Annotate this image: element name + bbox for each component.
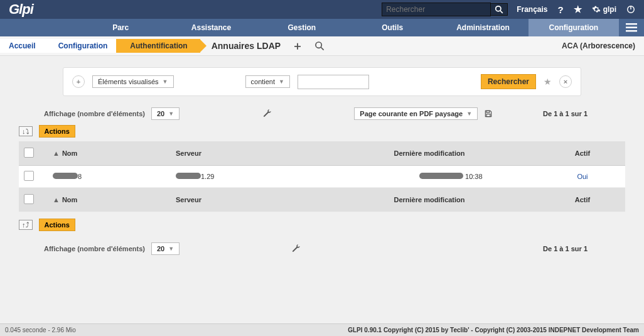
range-label-bottom: De 1 à 1 sur 1 bbox=[543, 245, 588, 252]
top-links: Français ? ★ glpi bbox=[508, 4, 644, 15]
cell-name: 8 bbox=[48, 166, 171, 188]
col-name[interactable]: Nom bbox=[62, 149, 77, 157]
crumb-config[interactable]: Configuration bbox=[45, 39, 121, 53]
svg-rect-10 bbox=[486, 114, 490, 117]
bookmark-icon[interactable]: ★ bbox=[544, 77, 552, 87]
select-up-icon[interactable]: ↑⤴ bbox=[19, 220, 33, 230]
select-all-checkbox[interactable] bbox=[24, 148, 34, 158]
actions-button-top[interactable]: Actions bbox=[39, 125, 75, 138]
user-menu[interactable]: glpi bbox=[592, 5, 616, 14]
reset-filter-button[interactable]: × bbox=[559, 75, 572, 88]
table-row[interactable]: 8 1.29 10:38 Oui bbox=[19, 166, 625, 188]
pager-top: Affichage (nombre d'éléments) 20▼ Page c… bbox=[44, 107, 625, 120]
main-menu: Parc Assistance Gestion Outils Administr… bbox=[0, 19, 644, 36]
floppy-icon bbox=[484, 109, 493, 118]
sort-asc-icon[interactable]: ▲ bbox=[53, 149, 60, 157]
gear-icon bbox=[592, 5, 601, 14]
col-server[interactable]: Serveur bbox=[171, 141, 319, 166]
menu-toggle[interactable] bbox=[619, 19, 644, 36]
add-criteria-button[interactable]: + bbox=[72, 75, 85, 88]
search-icon bbox=[314, 41, 325, 51]
wrench-icon bbox=[262, 109, 272, 119]
svg-line-1 bbox=[500, 11, 503, 13]
filter-box: + Éléments visualisés▼ contient▼ Recherc… bbox=[63, 67, 581, 96]
entity-label[interactable]: ACA (Arborescence) bbox=[562, 41, 644, 50]
settings-icon[interactable] bbox=[262, 109, 272, 119]
sort-asc-icon[interactable]: ▲ bbox=[53, 196, 60, 203]
search-icon bbox=[495, 5, 503, 14]
crumb-auth[interactable]: Authentification bbox=[116, 39, 200, 53]
hamburger-icon bbox=[626, 23, 637, 32]
actions-bottom: ↑⤴ Actions bbox=[19, 219, 625, 231]
menu-parc[interactable]: Parc bbox=[75, 19, 166, 36]
global-search-button[interactable] bbox=[491, 3, 508, 16]
pagesize-label: Affichage (nombre d'éléments) bbox=[44, 110, 145, 117]
filter-value-input[interactable] bbox=[298, 75, 369, 89]
results-table: ▲Nom Serveur Dernière modification Actif… bbox=[19, 141, 625, 212]
select-down-icon[interactable]: ↓⤵ bbox=[19, 126, 33, 136]
settings-icon-bottom[interactable] bbox=[291, 244, 301, 254]
select-all-bottom-checkbox[interactable] bbox=[24, 194, 34, 204]
crumb-home[interactable]: Accueil bbox=[0, 39, 48, 53]
svg-rect-4 bbox=[626, 23, 637, 25]
filter-field-select[interactable]: Éléments visualisés▼ bbox=[92, 75, 174, 88]
breadcrumb-row: Accueil Configuration Authentification A… bbox=[0, 36, 644, 56]
cell-mod: 10:38 bbox=[319, 166, 540, 188]
menu-configuration[interactable]: Configuration bbox=[529, 19, 619, 36]
top-bar: Glpi Français ? ★ glpi bbox=[0, 0, 644, 19]
svg-rect-6 bbox=[626, 30, 637, 32]
svg-point-0 bbox=[496, 6, 501, 11]
save-icon[interactable] bbox=[484, 109, 493, 118]
logout-icon[interactable] bbox=[626, 5, 635, 14]
actions-button-bottom[interactable]: Actions bbox=[39, 219, 75, 231]
range-label-top: De 1 à 1 sur 1 bbox=[543, 110, 588, 117]
wrench-icon bbox=[291, 244, 301, 254]
app-logo[interactable]: Glpi bbox=[0, 1, 42, 18]
pagesize-select[interactable]: 20▼ bbox=[151, 107, 180, 120]
row-checkbox[interactable] bbox=[24, 171, 34, 181]
svg-line-8 bbox=[321, 47, 324, 50]
add-button[interactable]: ＋ bbox=[292, 38, 303, 53]
menu-gestion[interactable]: Gestion bbox=[257, 19, 347, 36]
global-search-input[interactable] bbox=[382, 3, 491, 16]
menu-outils[interactable]: Outils bbox=[347, 19, 437, 36]
global-search bbox=[382, 3, 508, 16]
menu-assistance[interactable]: Assistance bbox=[166, 19, 256, 36]
filter-submit-button[interactable]: Rechercher bbox=[481, 74, 536, 89]
user-name: glpi bbox=[603, 5, 616, 14]
search-toggle[interactable] bbox=[314, 41, 325, 51]
cell-server: 1.29 bbox=[171, 166, 319, 188]
actions-top: ↓⤵ Actions bbox=[19, 125, 625, 138]
pagesize-label-bottom: Affichage (nombre d'éléments) bbox=[44, 245, 145, 252]
col-mod[interactable]: Dernière modification bbox=[319, 141, 540, 166]
filter-field-label: Éléments visualisés bbox=[98, 78, 159, 85]
page-title: Annuaires LDAP bbox=[212, 41, 281, 51]
col-active[interactable]: Actif bbox=[540, 141, 625, 166]
cell-active: Oui bbox=[540, 166, 625, 188]
help-icon[interactable]: ? bbox=[558, 4, 564, 15]
svg-point-7 bbox=[316, 42, 321, 48]
language-link[interactable]: Français bbox=[517, 5, 547, 14]
export-select[interactable]: Page courante en PDF paysage▼ bbox=[354, 107, 478, 120]
svg-rect-9 bbox=[486, 111, 490, 112]
svg-rect-5 bbox=[626, 27, 637, 29]
filter-op-select[interactable]: contient▼ bbox=[245, 75, 290, 88]
pagesize-select-bottom[interactable]: 20▼ bbox=[151, 242, 180, 255]
filter-op-label: contient bbox=[251, 78, 276, 85]
star-icon[interactable]: ★ bbox=[574, 4, 582, 15]
pager-bottom: Affichage (nombre d'éléments) 20▼ De 1 à… bbox=[44, 242, 625, 255]
menu-administration[interactable]: Administration bbox=[437, 19, 528, 36]
